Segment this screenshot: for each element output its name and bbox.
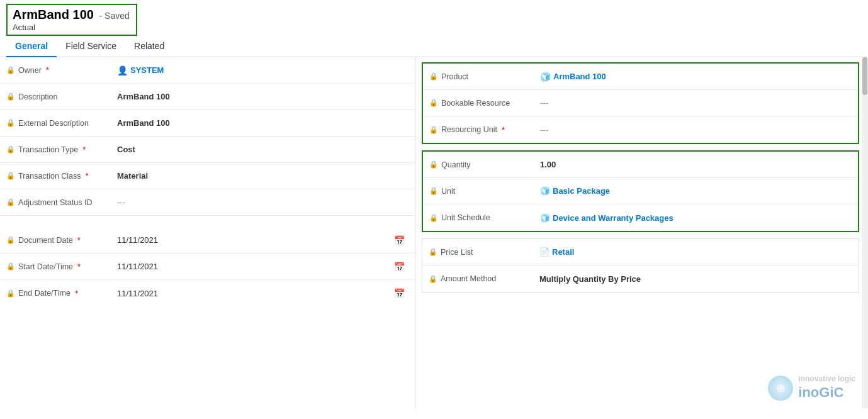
unit-entity-icon: 🧊 [540, 186, 550, 196]
document-date-label: 🔒 Document Date * [6, 235, 113, 245]
status-badge: Actual [13, 23, 130, 32]
tx-type-lock-icon: 🔒 [6, 145, 15, 154]
brand-name: inoGiC [798, 384, 855, 402]
quantity-label: 🔒 Quantity [429, 160, 536, 169]
quantity-value: 1.00 [536, 157, 852, 172]
end-date-calendar-icon[interactable]: 📅 [394, 288, 405, 298]
tab-general[interactable]: General [6, 36, 57, 57]
external-description-value: ArmBand 100 [113, 116, 409, 130]
transaction-type-label: 🔒 Transaction Type * [6, 145, 113, 154]
product-value[interactable]: 🧊 ArmBand 100 [536, 69, 852, 84]
brand-watermark: ⊕ innovative logic inoGiC [768, 374, 855, 402]
bookable-resource-label: 🔒 Bookable Resource [429, 99, 536, 108]
amount-method-lock-icon: 🔒 [429, 275, 437, 283]
doc-date-lock-icon: 🔒 [6, 236, 15, 244]
bookable-lock-icon: 🔒 [429, 99, 438, 107]
external-description-label: 🔒 External Description [6, 119, 113, 128]
scrollbar[interactable] [862, 57, 868, 408]
start-datetime-value[interactable]: 11/11/2021 📅 [113, 259, 409, 274]
unit-schedule-label: 🔒 Unit Schedule [429, 213, 536, 222]
tab-bar: General Field Service Related [0, 36, 868, 57]
end-lock-icon: 🔒 [6, 289, 15, 298]
product-card: 🔒 Product 🧊 ArmBand 100 🔒 Bookable Resou… [422, 62, 859, 144]
price-list-label: 🔒 Price List [429, 248, 536, 257]
unit-schedule-lock-icon: 🔒 [429, 214, 438, 222]
resourcing-unit-value: --- [536, 123, 852, 137]
start-lock-icon: 🔒 [6, 262, 15, 271]
tx-class-lock-icon: 🔒 [6, 172, 15, 180]
quantity-lock-icon: 🔒 [429, 160, 438, 169]
start-date-calendar-icon[interactable]: 📅 [394, 262, 405, 272]
adjustment-status-value: --- [113, 195, 409, 210]
saved-label: - Saved [99, 11, 130, 21]
adjustment-status-label: 🔒 Adjustment Status ID [6, 198, 113, 207]
end-datetime-label: 🔒 End Date/Time * [6, 289, 113, 298]
desc-lock-icon: 🔒 [6, 92, 15, 101]
transaction-type-value: Cost [113, 142, 409, 157]
unit-value[interactable]: 🧊 Basic Package [536, 184, 852, 198]
brand-tagline: innovative logic [798, 374, 855, 384]
brand-logo-icon: ⊕ [768, 376, 793, 401]
tab-field-service[interactable]: Field Service [57, 36, 125, 57]
amount-method-label: 🔒 Amount Method [429, 274, 536, 283]
owner-label: 🔒 Owner * [6, 65, 113, 75]
title-saved-box: ArmBand 100 - Saved Actual [6, 4, 137, 36]
person-icon: 👤 [117, 65, 128, 75]
unit-schedule-value[interactable]: 🧊 Device and Warranty Packages [536, 211, 852, 225]
start-datetime-label: 🔒 Start Date/Time * [6, 262, 113, 271]
product-lock-icon: 🔒 [429, 72, 438, 81]
tab-related[interactable]: Related [125, 36, 173, 57]
amount-method-value: Multiply Quantity By Price [536, 272, 852, 286]
ext-desc-lock-icon: 🔒 [6, 119, 15, 127]
bookable-resource-value: --- [536, 96, 852, 110]
unit-schedule-entity-icon: 🧊 [540, 213, 550, 223]
owner-lock-icon: 🔒 [6, 66, 15, 74]
resourcing-unit-label: 🔒 Resourcing Unit * [429, 125, 536, 135]
quantity-card: 🔒 Quantity 1.00 🔒 Unit 🧊 Basic Package [422, 150, 859, 232]
transaction-class-label: 🔒 Transaction Class * [6, 171, 113, 181]
unit-label: 🔒 Unit [429, 187, 536, 196]
document-date-calendar-icon[interactable]: 📅 [394, 235, 405, 245]
description-value: ArmBand 100 [113, 89, 409, 104]
price-list-icon: 📄 [539, 247, 550, 257]
description-label: 🔒 Description [6, 92, 113, 101]
unit-lock-icon: 🔒 [429, 187, 438, 195]
price-card: 🔒 Price List 📄 Retail 🔒 Amount Method Mu… [422, 238, 859, 293]
document-date-value[interactable]: 11/11/2021 📅 [113, 233, 409, 248]
record-title: ArmBand 100 [13, 8, 94, 21]
price-list-lock-icon: 🔒 [429, 248, 437, 256]
product-label: 🔒 Product [429, 72, 536, 81]
owner-value[interactable]: 👤 SYSTEM [113, 63, 409, 78]
price-list-value[interactable]: 📄 Retail [536, 245, 852, 259]
product-entity-icon: 🧊 [540, 72, 551, 82]
transaction-class-value: Material [113, 169, 409, 183]
end-datetime-value[interactable]: 11/11/2021 📅 [113, 286, 409, 301]
resourcing-lock-icon: 🔒 [429, 126, 438, 134]
adj-lock-icon: 🔒 [6, 198, 15, 206]
